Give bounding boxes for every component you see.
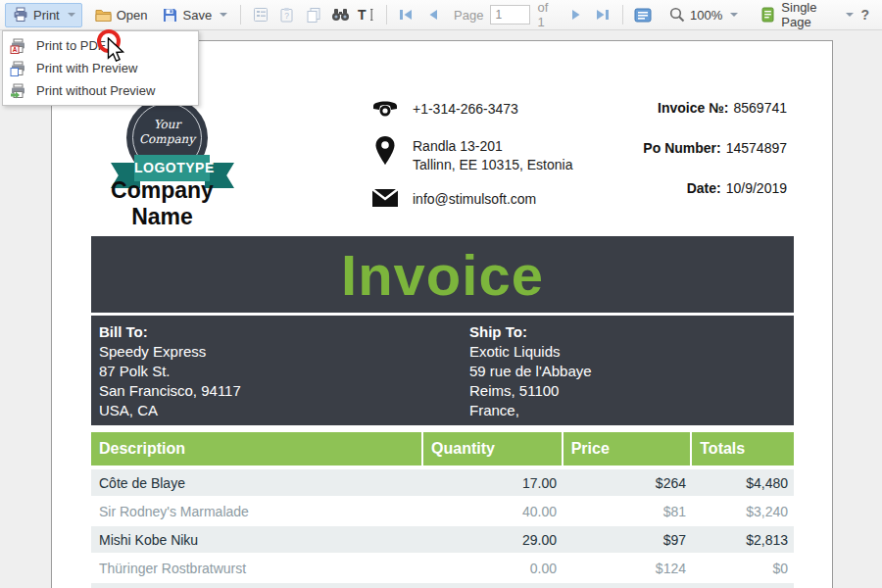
po-number-label: Po Number: bbox=[643, 140, 720, 156]
cell-description: Sir Rodney's Marmalade bbox=[91, 504, 422, 519]
bookmarks-panel-button[interactable] bbox=[249, 3, 271, 27]
menu-item-print-without-preview[interactable]: Print without Preview bbox=[3, 79, 198, 102]
page-number-input[interactable] bbox=[490, 5, 530, 24]
toolbar-separator bbox=[240, 5, 241, 24]
view-mode-button[interactable]: Single Page bbox=[753, 3, 860, 27]
single-page-icon bbox=[760, 7, 776, 24]
bill-to-line: Speedy Express bbox=[99, 342, 241, 362]
company-name: Company Name bbox=[81, 177, 243, 230]
location-pin-icon bbox=[370, 135, 400, 166]
ship-to-line: 59 rue de l'Abbaye bbox=[469, 362, 592, 381]
contact-address-line2: Tallinn, EE 10315, Estonia bbox=[413, 156, 572, 174]
menu-item-print-with-preview[interactable]: Print with Preview bbox=[3, 57, 198, 79]
print-no-preview-icon bbox=[10, 83, 27, 99]
cell-totals: $2,813 bbox=[692, 532, 794, 548]
column-header-description: Description bbox=[91, 432, 421, 466]
contact-phone: +1-314-266-3473 bbox=[413, 98, 518, 119]
column-header-quantity: Quantity bbox=[423, 432, 562, 466]
chevron-down-icon bbox=[220, 13, 227, 17]
view-mode-label: Single Page bbox=[781, 0, 838, 29]
full-screen-button[interactable] bbox=[631, 3, 654, 27]
cell-totals: $0 bbox=[692, 561, 794, 576]
zoom-button[interactable]: 100% bbox=[662, 3, 745, 27]
toolbar-separator bbox=[622, 5, 623, 24]
table-header: Description Quantity Price Totals bbox=[91, 432, 794, 466]
open-button[interactable]: Open bbox=[88, 3, 155, 27]
bill-to-line: 87 Polk St. bbox=[99, 362, 241, 381]
viewer-toolbar: Print Open Save ? T Page of 1 bbox=[0, 0, 882, 30]
page-count-label: of 1 bbox=[537, 0, 556, 29]
cell-price: $124 bbox=[563, 561, 692, 576]
previous-page-button[interactable] bbox=[421, 3, 444, 27]
cell-totals: $3,240 bbox=[692, 504, 794, 519]
email-icon bbox=[370, 188, 400, 208]
table-row bbox=[91, 583, 794, 588]
ship-to-line: Exotic Liquids bbox=[469, 342, 592, 362]
table-row: Thüringer Rostbratwurst 0.00 $124 $0 bbox=[91, 555, 794, 581]
cell-price: $264 bbox=[563, 475, 692, 491]
table-row: Mishi Kobe Niku 29.00 $97 $2,813 bbox=[91, 526, 794, 553]
cell-price: $97 bbox=[563, 532, 692, 548]
save-button-label: Save bbox=[183, 8, 213, 23]
text-editor-button[interactable]: T bbox=[356, 3, 378, 27]
date-label: Date: bbox=[687, 180, 721, 196]
cell-quantity: 29.00 bbox=[422, 532, 563, 548]
chevron-down-icon bbox=[730, 13, 738, 17]
menu-item-label: Print without Preview bbox=[36, 83, 155, 98]
ship-to-block: Ship To: Exotic Liquids 59 rue de l'Abba… bbox=[469, 322, 592, 420]
date-value: 10/9/2019 bbox=[726, 180, 787, 196]
contact-info: +1-314-266-3473 Randla 13-201 Tallinn, E… bbox=[370, 98, 606, 225]
mouse-cursor bbox=[105, 37, 126, 67]
magnifier-icon bbox=[668, 7, 685, 24]
find-button[interactable] bbox=[329, 3, 352, 27]
contact-address-line1: Randla 13-201 bbox=[413, 137, 572, 156]
zoom-value-label: 100% bbox=[690, 8, 722, 23]
invoice-meta: Invoice №: 8569741 Po Number: 14574897 D… bbox=[571, 100, 787, 220]
report-page: Your Company LOGOTYPE Company Name +1-31… bbox=[51, 40, 833, 588]
bill-to-block: Bill To: Speedy Express 87 Polk St. San … bbox=[99, 322, 241, 420]
printer-icon bbox=[12, 7, 28, 24]
chevron-down-icon bbox=[846, 13, 854, 17]
contact-email: info@stimulsoft.com bbox=[413, 188, 536, 209]
column-header-totals: Totals bbox=[692, 432, 794, 466]
svg-text:A: A bbox=[13, 46, 18, 53]
print-button[interactable]: Print bbox=[5, 3, 82, 27]
cell-description: Côte de Blaye bbox=[91, 475, 422, 491]
bill-to-line: San Francisco, 94117 bbox=[99, 381, 241, 401]
ship-to-label: Ship To: bbox=[469, 322, 592, 342]
cell-description: Thüringer Rostbratwurst bbox=[91, 561, 422, 576]
print-pdf-icon: A bbox=[10, 38, 27, 54]
invoice-title: Invoice bbox=[341, 242, 544, 308]
logo-script-line2: Company bbox=[133, 132, 201, 147]
column-header-price: Price bbox=[564, 432, 691, 466]
ship-to-line: Reims, 51100 bbox=[469, 381, 592, 401]
cell-quantity: 0.00 bbox=[422, 561, 563, 576]
toolbar-separator bbox=[386, 5, 387, 24]
cell-price: $81 bbox=[563, 504, 692, 519]
print-preview-icon bbox=[10, 61, 27, 76]
phone-icon bbox=[370, 98, 400, 118]
page-label: Page bbox=[454, 8, 483, 23]
table-body: Côte de Blaye 17.00 $264 $4,480 Sir Rodn… bbox=[91, 469, 794, 588]
first-page-button[interactable] bbox=[395, 3, 417, 27]
table-row: Côte de Blaye 17.00 $264 $4,480 bbox=[91, 469, 794, 496]
cell-description: Mishi Kobe Niku bbox=[91, 532, 422, 548]
svg-text:T: T bbox=[358, 7, 367, 23]
parameters-panel-button[interactable]: ? bbox=[275, 3, 298, 27]
invoice-number-label: Invoice №: bbox=[658, 100, 728, 116]
next-page-button[interactable] bbox=[565, 3, 588, 27]
ship-to-line: France, bbox=[469, 401, 592, 420]
help-button[interactable]: ? bbox=[860, 7, 869, 23]
bill-to-line: USA, CA bbox=[99, 401, 241, 420]
table-row: Sir Rodney's Marmalade 40.00 $81 $3,240 bbox=[91, 498, 794, 524]
resources-button[interactable] bbox=[302, 3, 324, 27]
print-button-label: Print bbox=[33, 8, 60, 23]
cell-totals: $4,480 bbox=[692, 475, 794, 491]
invoice-title-banner: Invoice bbox=[91, 236, 794, 313]
chevron-down-icon bbox=[68, 13, 75, 17]
save-button[interactable]: Save bbox=[155, 3, 235, 27]
last-page-button[interactable] bbox=[592, 3, 614, 27]
bill-to-label: Bill To: bbox=[99, 322, 241, 342]
po-number-value: 14574897 bbox=[726, 140, 787, 156]
cell-quantity: 40.00 bbox=[422, 504, 563, 519]
